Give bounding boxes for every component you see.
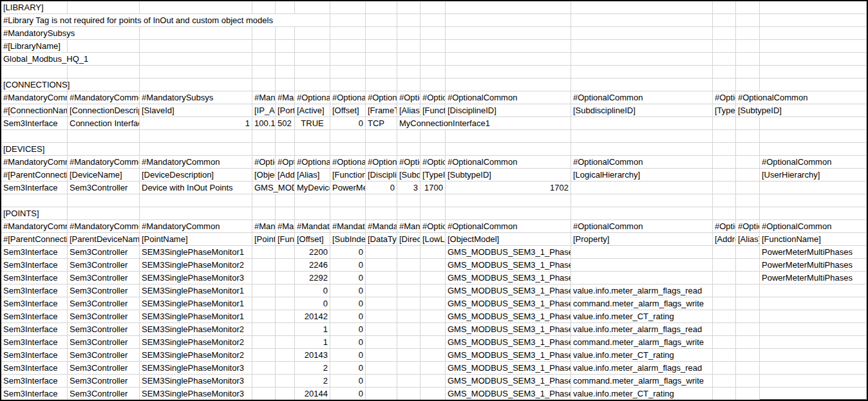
cell-C15[interactable]: Device with InOut Points bbox=[140, 182, 252, 194]
cell-F19[interactable]: [Offset] bbox=[295, 233, 330, 246]
cell-J9[interactable]: [FunctionName] bbox=[420, 104, 446, 117]
cell-C13[interactable]: #MandatoryCommon bbox=[140, 156, 252, 169]
cell-C9[interactable]: [SlaveId] bbox=[140, 104, 252, 117]
cell-B27[interactable]: Sem3Controller bbox=[68, 336, 140, 349]
cell-N8[interactable]: #OptionalCommon bbox=[736, 91, 867, 104]
cell-F27[interactable]: 1 bbox=[295, 336, 330, 349]
cell-J8[interactable]: #OptionalSubsys bbox=[420, 91, 446, 104]
cell-H4[interactable] bbox=[366, 40, 397, 53]
cell-A25[interactable]: Sem3Interface bbox=[1, 310, 68, 323]
cell-M30[interactable] bbox=[713, 375, 736, 387]
cell-B13[interactable]: #MandatoryCommon bbox=[68, 156, 140, 169]
cell-I24[interactable] bbox=[397, 297, 420, 310]
cell-H22[interactable] bbox=[366, 272, 397, 284]
cell-C27[interactable]: SEM3SinglePhaseMonitor2 bbox=[140, 336, 252, 349]
cell-M3[interactable] bbox=[713, 27, 736, 40]
cell-K3[interactable] bbox=[446, 27, 571, 40]
cell-H18[interactable]: #MandatorySubsys bbox=[366, 220, 397, 233]
cell-J3[interactable] bbox=[420, 27, 446, 40]
cell-M13[interactable] bbox=[713, 156, 736, 169]
cell-D14[interactable]: [ObjectModel] bbox=[252, 169, 276, 182]
cell-C26[interactable]: SEM3SinglePhaseMonitor2 bbox=[140, 323, 252, 336]
cell-L21[interactable] bbox=[571, 259, 713, 272]
cell-H5[interactable] bbox=[366, 53, 397, 66]
cell-G29[interactable]: 0 bbox=[330, 362, 366, 375]
cell-F1[interactable] bbox=[295, 1, 330, 14]
cell-D13[interactable]: #OptionalSubsys bbox=[252, 156, 276, 169]
cell-D1[interactable] bbox=[252, 1, 276, 14]
cell-I29[interactable] bbox=[397, 362, 420, 375]
cell-I4[interactable] bbox=[397, 40, 420, 53]
cell-G17[interactable] bbox=[330, 207, 366, 220]
cell-I21[interactable] bbox=[397, 259, 420, 272]
cell-G21[interactable]: 0 bbox=[330, 259, 366, 272]
cell-K31[interactable]: GMS_MODBUS_SEM3_1_Phase bbox=[446, 387, 571, 400]
cell-J13[interactable]: #OptionalSubsys bbox=[420, 156, 446, 169]
cell-F12[interactable] bbox=[295, 143, 330, 156]
cell-L14[interactable]: [LogicalHierarchy] bbox=[571, 169, 713, 182]
cell-A19[interactable]: #[ParentConnectionName] bbox=[1, 233, 68, 246]
cell-M16[interactable] bbox=[713, 194, 736, 207]
cell-K30[interactable]: GMS_MODBUS_SEM3_1_Phase bbox=[446, 375, 571, 387]
cell-N26[interactable] bbox=[736, 323, 760, 336]
cell-N3[interactable] bbox=[736, 27, 760, 40]
cell-D18[interactable]: #MandatorySubsys bbox=[252, 220, 276, 233]
cell-B10[interactable]: Connection Interface bbox=[68, 117, 140, 130]
cell-H11[interactable] bbox=[366, 130, 397, 143]
cell-L12[interactable] bbox=[571, 143, 713, 156]
cell-L13[interactable]: #OptionalCommon bbox=[571, 156, 713, 169]
cell-J5[interactable] bbox=[420, 53, 446, 66]
cell-L2[interactable] bbox=[571, 14, 713, 27]
cell-E7[interactable] bbox=[276, 79, 295, 91]
cell-L29[interactable]: value.info.meter_alarm_flags_read bbox=[571, 362, 713, 375]
cell-I10[interactable]: MyConnectionInterface1 bbox=[397, 117, 571, 130]
cell-N30[interactable] bbox=[736, 375, 760, 387]
cell-I5[interactable] bbox=[397, 53, 420, 66]
cell-I20[interactable] bbox=[397, 246, 420, 259]
cell-E10[interactable]: 502 bbox=[276, 117, 295, 130]
cell-I23[interactable] bbox=[397, 284, 420, 297]
cell-O21[interactable]: PowerMeterMultiPhases bbox=[760, 259, 867, 272]
cell-B25[interactable]: Sem3Controller bbox=[68, 310, 140, 323]
cell-M29[interactable] bbox=[713, 362, 736, 375]
cell-H16[interactable] bbox=[366, 194, 397, 207]
cell-F15[interactable]: MyDevice1 bbox=[295, 182, 330, 194]
cell-M18[interactable]: #OptionalSubsys bbox=[713, 220, 736, 233]
cell-C14[interactable]: [DeviceDescription] bbox=[140, 169, 252, 182]
cell-B17[interactable] bbox=[68, 207, 140, 220]
cell-K12[interactable] bbox=[446, 143, 571, 156]
cell-O5[interactable] bbox=[760, 53, 867, 66]
cell-O2[interactable] bbox=[760, 14, 867, 27]
cell-J12[interactable] bbox=[420, 143, 446, 156]
cell-A14[interactable]: #[ParentConnectionName] bbox=[1, 169, 68, 182]
cell-G2[interactable] bbox=[330, 14, 366, 27]
cell-L22[interactable] bbox=[571, 272, 713, 284]
cell-G24[interactable]: 0 bbox=[330, 297, 366, 310]
cell-E13[interactable]: #OptionalSubsys bbox=[276, 156, 295, 169]
cell-A11[interactable] bbox=[1, 130, 68, 143]
cell-L11[interactable] bbox=[571, 130, 713, 143]
cell-O15[interactable] bbox=[760, 182, 867, 194]
cell-O17[interactable] bbox=[760, 207, 867, 220]
cell-D15[interactable]: GMS_MODBUS_SEM3_1_Phase bbox=[252, 182, 295, 194]
cell-I26[interactable] bbox=[397, 323, 420, 336]
cell-D17[interactable] bbox=[252, 207, 276, 220]
cell-B8[interactable]: #MandatoryCommon bbox=[68, 91, 140, 104]
cell-J31[interactable] bbox=[420, 387, 446, 400]
cell-M26[interactable] bbox=[713, 323, 736, 336]
cell-M6[interactable] bbox=[713, 66, 736, 79]
cell-K7[interactable] bbox=[446, 79, 571, 91]
cell-K13[interactable]: #OptionalCommon bbox=[446, 156, 571, 169]
cell-N23[interactable] bbox=[736, 284, 760, 297]
cell-G16[interactable] bbox=[330, 194, 366, 207]
cell-N22[interactable] bbox=[736, 272, 760, 284]
cell-D16[interactable] bbox=[252, 194, 276, 207]
cell-G18[interactable]: #MandatorySubsys bbox=[330, 220, 366, 233]
cell-N17[interactable] bbox=[736, 207, 760, 220]
cell-I15[interactable]: 3 bbox=[397, 182, 420, 194]
cell-N6[interactable] bbox=[736, 66, 760, 79]
cell-C5[interactable] bbox=[140, 53, 252, 66]
cell-H2[interactable] bbox=[366, 14, 397, 27]
cell-N24[interactable] bbox=[736, 297, 760, 310]
cell-C25[interactable]: SEM3SinglePhaseMonitor1 bbox=[140, 310, 252, 323]
